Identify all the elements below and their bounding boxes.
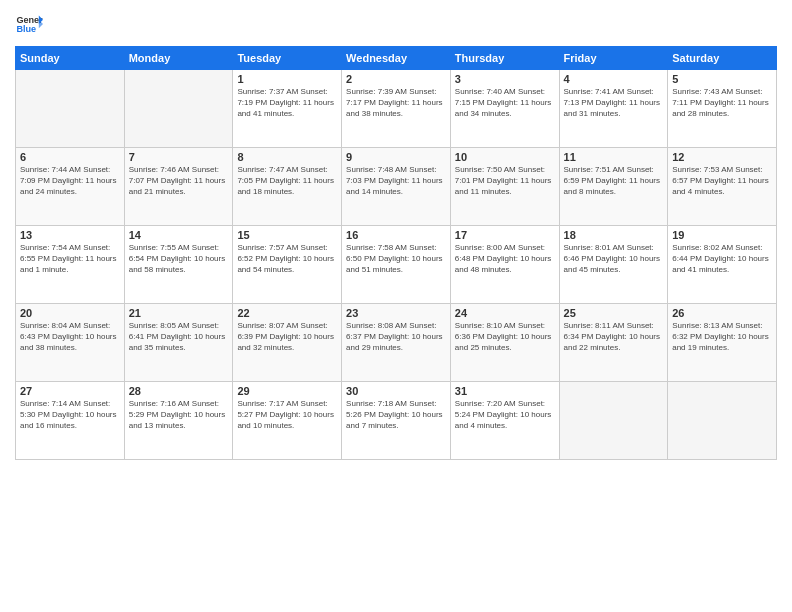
day-info: Sunrise: 7:51 AM Sunset: 6:59 PM Dayligh… [564,164,664,198]
day-number: 19 [672,229,772,241]
calendar-cell [16,70,125,148]
day-info: Sunrise: 7:55 AM Sunset: 6:54 PM Dayligh… [129,242,229,276]
day-info: Sunrise: 7:47 AM Sunset: 7:05 PM Dayligh… [237,164,337,198]
svg-text:Blue: Blue [16,24,36,34]
day-number: 25 [564,307,664,319]
calendar-cell: 5Sunrise: 7:43 AM Sunset: 7:11 PM Daylig… [668,70,777,148]
day-info: Sunrise: 7:48 AM Sunset: 7:03 PM Dayligh… [346,164,446,198]
calendar-cell: 14Sunrise: 7:55 AM Sunset: 6:54 PM Dayli… [124,226,233,304]
day-info: Sunrise: 7:57 AM Sunset: 6:52 PM Dayligh… [237,242,337,276]
day-info: Sunrise: 7:50 AM Sunset: 7:01 PM Dayligh… [455,164,555,198]
calendar-cell: 26Sunrise: 8:13 AM Sunset: 6:32 PM Dayli… [668,304,777,382]
calendar-week-row: 1Sunrise: 7:37 AM Sunset: 7:19 PM Daylig… [16,70,777,148]
calendar-cell [559,382,668,460]
day-info: Sunrise: 8:00 AM Sunset: 6:48 PM Dayligh… [455,242,555,276]
calendar-cell: 17Sunrise: 8:00 AM Sunset: 6:48 PM Dayli… [450,226,559,304]
calendar-header-row: SundayMondayTuesdayWednesdayThursdayFrid… [16,47,777,70]
day-of-week-header: Monday [124,47,233,70]
calendar-cell: 21Sunrise: 8:05 AM Sunset: 6:41 PM Dayli… [124,304,233,382]
day-number: 18 [564,229,664,241]
calendar-cell: 4Sunrise: 7:41 AM Sunset: 7:13 PM Daylig… [559,70,668,148]
day-info: Sunrise: 8:11 AM Sunset: 6:34 PM Dayligh… [564,320,664,354]
day-number: 23 [346,307,446,319]
day-number: 26 [672,307,772,319]
day-number: 12 [672,151,772,163]
day-number: 29 [237,385,337,397]
calendar-cell: 29Sunrise: 7:17 AM Sunset: 5:27 PM Dayli… [233,382,342,460]
day-number: 1 [237,73,337,85]
day-info: Sunrise: 8:05 AM Sunset: 6:41 PM Dayligh… [129,320,229,354]
day-info: Sunrise: 8:04 AM Sunset: 6:43 PM Dayligh… [20,320,120,354]
day-number: 17 [455,229,555,241]
day-number: 8 [237,151,337,163]
calendar-cell: 3Sunrise: 7:40 AM Sunset: 7:15 PM Daylig… [450,70,559,148]
day-of-week-header: Sunday [16,47,125,70]
calendar-cell [668,382,777,460]
day-number: 31 [455,385,555,397]
calendar-cell: 22Sunrise: 8:07 AM Sunset: 6:39 PM Dayli… [233,304,342,382]
day-number: 6 [20,151,120,163]
day-info: Sunrise: 7:46 AM Sunset: 7:07 PM Dayligh… [129,164,229,198]
day-info: Sunrise: 8:01 AM Sunset: 6:46 PM Dayligh… [564,242,664,276]
calendar-body: 1Sunrise: 7:37 AM Sunset: 7:19 PM Daylig… [16,70,777,460]
calendar-cell: 18Sunrise: 8:01 AM Sunset: 6:46 PM Dayli… [559,226,668,304]
day-info: Sunrise: 7:39 AM Sunset: 7:17 PM Dayligh… [346,86,446,120]
calendar-cell [124,70,233,148]
day-of-week-header: Thursday [450,47,559,70]
calendar-cell: 24Sunrise: 8:10 AM Sunset: 6:36 PM Dayli… [450,304,559,382]
day-info: Sunrise: 7:18 AM Sunset: 5:26 PM Dayligh… [346,398,446,432]
day-info: Sunrise: 8:13 AM Sunset: 6:32 PM Dayligh… [672,320,772,354]
calendar-cell: 11Sunrise: 7:51 AM Sunset: 6:59 PM Dayli… [559,148,668,226]
day-info: Sunrise: 7:37 AM Sunset: 7:19 PM Dayligh… [237,86,337,120]
day-info: Sunrise: 7:40 AM Sunset: 7:15 PM Dayligh… [455,86,555,120]
day-info: Sunrise: 7:54 AM Sunset: 6:55 PM Dayligh… [20,242,120,276]
day-number: 11 [564,151,664,163]
calendar-cell: 31Sunrise: 7:20 AM Sunset: 5:24 PM Dayli… [450,382,559,460]
calendar-cell: 9Sunrise: 7:48 AM Sunset: 7:03 PM Daylig… [342,148,451,226]
day-info: Sunrise: 8:07 AM Sunset: 6:39 PM Dayligh… [237,320,337,354]
day-number: 10 [455,151,555,163]
day-of-week-header: Saturday [668,47,777,70]
day-info: Sunrise: 7:14 AM Sunset: 5:30 PM Dayligh… [20,398,120,432]
day-of-week-header: Friday [559,47,668,70]
day-info: Sunrise: 7:44 AM Sunset: 7:09 PM Dayligh… [20,164,120,198]
calendar-cell: 15Sunrise: 7:57 AM Sunset: 6:52 PM Dayli… [233,226,342,304]
calendar-cell: 16Sunrise: 7:58 AM Sunset: 6:50 PM Dayli… [342,226,451,304]
day-info: Sunrise: 8:10 AM Sunset: 6:36 PM Dayligh… [455,320,555,354]
day-number: 9 [346,151,446,163]
day-number: 21 [129,307,229,319]
calendar-cell: 25Sunrise: 8:11 AM Sunset: 6:34 PM Dayli… [559,304,668,382]
day-number: 3 [455,73,555,85]
calendar-cell: 20Sunrise: 8:04 AM Sunset: 6:43 PM Dayli… [16,304,125,382]
calendar-week-row: 13Sunrise: 7:54 AM Sunset: 6:55 PM Dayli… [16,226,777,304]
logo-icon: General Blue [15,10,43,38]
day-number: 16 [346,229,446,241]
day-number: 14 [129,229,229,241]
day-info: Sunrise: 7:41 AM Sunset: 7:13 PM Dayligh… [564,86,664,120]
day-number: 27 [20,385,120,397]
day-info: Sunrise: 8:08 AM Sunset: 6:37 PM Dayligh… [346,320,446,354]
calendar-cell: 27Sunrise: 7:14 AM Sunset: 5:30 PM Dayli… [16,382,125,460]
day-number: 28 [129,385,229,397]
day-number: 5 [672,73,772,85]
day-info: Sunrise: 7:53 AM Sunset: 6:57 PM Dayligh… [672,164,772,198]
day-number: 4 [564,73,664,85]
calendar-week-row: 20Sunrise: 8:04 AM Sunset: 6:43 PM Dayli… [16,304,777,382]
calendar-cell: 1Sunrise: 7:37 AM Sunset: 7:19 PM Daylig… [233,70,342,148]
calendar-cell: 10Sunrise: 7:50 AM Sunset: 7:01 PM Dayli… [450,148,559,226]
calendar-week-row: 27Sunrise: 7:14 AM Sunset: 5:30 PM Dayli… [16,382,777,460]
day-number: 20 [20,307,120,319]
day-of-week-header: Tuesday [233,47,342,70]
calendar-page: General Blue SundayMondayTuesdayWednesda… [0,0,792,612]
day-of-week-header: Wednesday [342,47,451,70]
calendar-cell: 2Sunrise: 7:39 AM Sunset: 7:17 PM Daylig… [342,70,451,148]
calendar-week-row: 6Sunrise: 7:44 AM Sunset: 7:09 PM Daylig… [16,148,777,226]
day-number: 22 [237,307,337,319]
day-number: 24 [455,307,555,319]
day-info: Sunrise: 8:02 AM Sunset: 6:44 PM Dayligh… [672,242,772,276]
day-number: 2 [346,73,446,85]
calendar-cell: 6Sunrise: 7:44 AM Sunset: 7:09 PM Daylig… [16,148,125,226]
day-info: Sunrise: 7:43 AM Sunset: 7:11 PM Dayligh… [672,86,772,120]
day-number: 30 [346,385,446,397]
calendar-cell: 28Sunrise: 7:16 AM Sunset: 5:29 PM Dayli… [124,382,233,460]
